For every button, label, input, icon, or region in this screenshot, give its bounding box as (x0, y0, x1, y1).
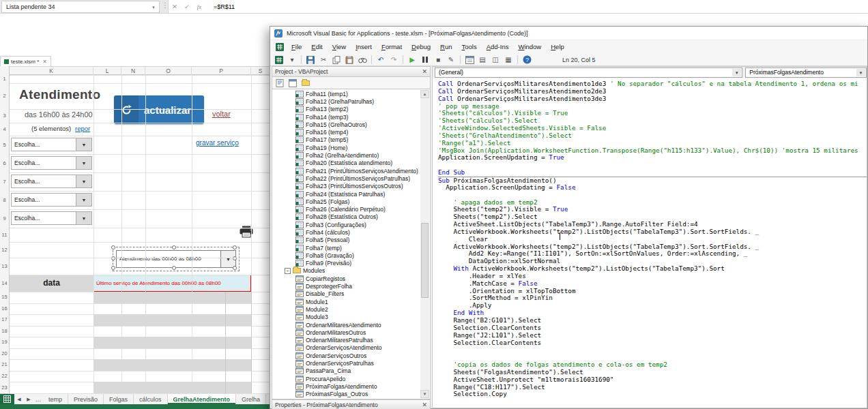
design-mode-icon[interactable]: ✎ (445, 55, 457, 65)
project-item-sheet[interactable]: Folha2 (GrelhaAtendimento) (273, 151, 420, 159)
object-dropdown-icon[interactable]: ▼ (732, 69, 741, 76)
code-line[interactable]: Selection.Copy (438, 391, 867, 398)
dropdown-button-icon[interactable]: ▼ (76, 193, 92, 207)
insert-userform-dropdown-icon[interactable]: ▾ (286, 55, 298, 65)
choice-dropdown[interactable]: Escolha...▼ (11, 175, 92, 188)
project-item-module[interactable]: PróximaFolgasAtendimento (273, 382, 420, 390)
column-header-O[interactable]: O (145, 66, 192, 75)
project-item-sheet[interactable]: Folha17 (temp5) (273, 136, 420, 144)
project-item-module[interactable]: Disable_Filters (273, 290, 420, 298)
code-line[interactable]: .Apply (438, 302, 867, 309)
row-header-16[interactable]: 16 (0, 303, 9, 315)
project-item-module[interactable]: PróximasFolgas_Outros (273, 391, 420, 398)
menu-window[interactable]: Window (513, 40, 546, 54)
formula-bar[interactable]: ✕ ✓ fx =$R$11 (168, 0, 868, 13)
project-item-module[interactable]: ProcuraApelido (273, 375, 420, 382)
scroll-up-icon[interactable]: ▲ (420, 90, 429, 98)
menu-edit[interactable]: Edit (306, 40, 327, 54)
selection-handle[interactable] (233, 256, 237, 260)
project-item-module[interactable]: OrdenarServiçosPatrulhas (273, 359, 420, 367)
row-header-22[interactable]: 22 (0, 371, 9, 382)
toolbox-icon[interactable]: ▦ (502, 55, 515, 65)
row-header-18[interactable]: 18 (0, 326, 9, 337)
project-item-sheet[interactable]: Folha20 (Estatística atendimento) (273, 160, 420, 167)
view-object-icon[interactable] (287, 78, 298, 88)
formula-value[interactable]: =$R$11 (214, 3, 235, 10)
project-panel-close-icon[interactable]: ✕ (422, 68, 427, 75)
view-code-icon[interactable] (274, 78, 285, 88)
service-combo[interactable]: Atendimento das 00h00 às 08h00 ▼ (116, 250, 236, 268)
object-browser-icon[interactable]: ◫ (489, 55, 502, 65)
column-header-N[interactable]: N (121, 66, 145, 75)
project-item-module[interactable]: OrdenarMilitaresOutros (273, 329, 420, 336)
project-item-sheet[interactable]: Folha28 (Estatística Outros) (273, 213, 420, 221)
sheet-tab-GrelhaAtendimento[interactable]: GrelhaAtendimento (168, 394, 237, 404)
project-panel-header[interactable]: Project - VBAProject ✕ (272, 66, 431, 77)
sheet-tab-temp[interactable]: temp (43, 394, 68, 404)
selection-handle[interactable] (111, 266, 115, 270)
row-header-5[interactable]: 5 (0, 136, 9, 154)
project-item-sheet[interactable]: Folha9 (Previsão) (273, 260, 420, 267)
name-box-dropdown-icon[interactable]: ▼ (151, 2, 156, 13)
scroll-down-icon[interactable]: ▼ (420, 390, 429, 398)
voltar-link[interactable]: voltar (212, 110, 231, 118)
row-header-21[interactable]: 21 (0, 359, 9, 371)
properties-panel-header[interactable]: Properties - PróximaFolgasAtendimento ✕ (272, 399, 431, 409)
break-icon[interactable] (419, 55, 431, 65)
sheet-grid-icon[interactable] (0, 394, 14, 404)
code-line[interactable]: End Sub (438, 169, 867, 177)
project-item-sheet[interactable]: Folha5 (Pessoal) (273, 237, 420, 244)
code-editor[interactable]: Call OrdenarServiçosMilitaresAtendimento… (433, 78, 867, 408)
project-item-sheet[interactable]: Folha16 (temp4) (273, 128, 420, 136)
project-item-sheet[interactable]: Folha8 (Gravação) (273, 252, 420, 259)
save-icon[interactable] (304, 55, 317, 65)
code-line[interactable] (438, 162, 867, 169)
project-item-sheet[interactable]: Folha13 (temp2) (273, 106, 420, 113)
project-explorer-icon[interactable] (463, 55, 476, 65)
project-item-module[interactable]: CopiarRegistos (273, 275, 420, 282)
column-header-L[interactable]: L (93, 66, 121, 75)
scroll-thumb[interactable] (421, 223, 429, 298)
project-item-module[interactable]: OrdenarServiçosAtendimento (273, 344, 420, 352)
run-icon[interactable]: ▶ (406, 55, 418, 65)
sheet-tab-Folgas[interactable]: Folgas (104, 394, 134, 404)
redo-icon[interactable]: ↷ (388, 55, 400, 65)
properties-panel-close-icon[interactable]: ✕ (422, 402, 427, 408)
row-header-23[interactable]: 23 (0, 382, 9, 393)
name-box[interactable]: Lista pendente 34 ▼ (1, 1, 160, 13)
more-sheets-icon[interactable]: … (33, 394, 43, 404)
row-header-2[interactable]: 2 (0, 83, 9, 109)
undo-icon[interactable]: ↶ (375, 55, 387, 65)
row-header-17[interactable]: 17 (0, 314, 9, 326)
row-header-7[interactable]: 7 (0, 172, 9, 191)
project-item-module[interactable]: Despr­otegerFolha (273, 282, 420, 290)
project-item-sheet[interactable]: Folha21 (PrintÚltimosServiçosAtendimento… (273, 167, 420, 175)
code-line[interactable]: Application.ScreenUpdating = False (438, 184, 867, 192)
menu-debug[interactable]: Debug (407, 40, 435, 54)
row-header-12[interactable]: 12 (0, 242, 9, 258)
row-header-8[interactable]: 8 (0, 191, 9, 209)
selection-handle[interactable] (111, 256, 115, 260)
project-item-sheet[interactable]: Folha25 (Folgas) (273, 198, 420, 205)
repor-link[interactable]: repor (75, 125, 90, 132)
actualizar-button[interactable]: actualizar (114, 95, 204, 124)
dropdown-button-icon[interactable]: ▼ (76, 156, 92, 170)
row-header-15[interactable]: 15 (0, 292, 9, 303)
row-header-9[interactable]: 9 (0, 209, 9, 228)
project-item-sheet[interactable]: Folha22 (PrintÚltimosServiçosPatrulhas) (273, 175, 420, 182)
project-item-module[interactable]: PassaPara_Cima (273, 367, 420, 375)
project-item-sheet[interactable]: Folha7 (temp) (273, 244, 420, 252)
project-item-module[interactable]: Module3 (273, 314, 420, 321)
gravar-servico-link[interactable]: gravar serviço (196, 139, 239, 147)
row-header-14[interactable]: 14 (0, 275, 9, 292)
previous-sheet-icon[interactable]: ◀ (14, 394, 24, 404)
choice-dropdown[interactable]: Escolha...▼ (11, 138, 92, 151)
project-item-module[interactable]: Module1 (273, 298, 420, 305)
menu-tools[interactable]: Tools (457, 40, 482, 54)
project-item-module[interactable]: Module2 (273, 305, 420, 313)
column-header-S[interactable]: S (251, 66, 270, 75)
service-combo-value[interactable]: Atendimento das 00h00 às 08h00 (116, 250, 221, 268)
project-item-sheet[interactable]: Folha11 (temp1) (273, 90, 420, 97)
selection-handle[interactable] (172, 245, 176, 249)
choice-dropdown[interactable]: Escolha...▼ (11, 156, 92, 170)
